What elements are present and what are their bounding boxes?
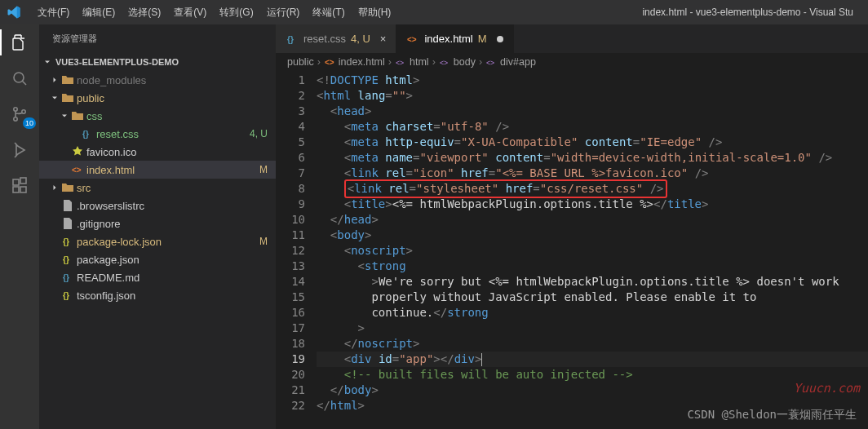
tree-item[interactable]: {}tsconfig.json	[39, 286, 276, 304]
svg-text:<>: <>	[407, 35, 417, 44]
svg-text:<>: <>	[396, 59, 404, 67]
breadcrumb-item[interactable]: body	[454, 56, 476, 68]
menu-item[interactable]: 文件(F)	[31, 2, 76, 23]
tab-git-status: M	[478, 33, 487, 45]
file-icon	[60, 217, 75, 230]
folder-icon	[60, 91, 75, 104]
menu-item[interactable]: 查看(V)	[167, 2, 213, 23]
json-icon: {}	[60, 235, 75, 248]
svg-text:<>: <>	[325, 58, 334, 67]
menu-item[interactable]: 终端(T)	[306, 2, 351, 23]
tree-item[interactable]: {}README.md	[39, 268, 276, 286]
folder-icon	[60, 73, 75, 86]
tree-label: tsconfig.json	[77, 290, 268, 302]
activity-bar: 10	[0, 24, 39, 429]
tab-label: index.html	[424, 33, 472, 45]
tab[interactable]: {}reset.css 4, U×	[276, 24, 396, 53]
tree-label: node_modules	[77, 74, 268, 86]
sym-icon: <>	[485, 56, 497, 68]
html-icon: <>	[406, 33, 419, 46]
tree-label: public	[77, 92, 268, 104]
tree-item[interactable]: .browserslistrc	[39, 197, 276, 214]
vscode-logo-icon	[7, 5, 21, 20]
tree-item[interactable]: css	[39, 107, 276, 125]
svg-rect-6	[13, 179, 19, 185]
chevron-right-icon: ›	[432, 56, 436, 68]
tree-item[interactable]: public	[39, 89, 276, 107]
chevron-right-icon: ›	[388, 56, 392, 68]
svg-text:{}: {}	[287, 35, 294, 44]
tree-item[interactable]: {}reset.css4, U	[39, 125, 276, 143]
svg-text:<>: <>	[486, 59, 494, 67]
code-area[interactable]: 12345678910111213141516171819202122 <!DO…	[276, 71, 868, 429]
scm-badge: 10	[23, 117, 36, 129]
git-status: M	[259, 236, 268, 247]
file-tree: node_modulespubliccss{}reset.css4, Ufavi…	[39, 71, 276, 304]
tree-item[interactable]: {}package.json	[39, 250, 276, 268]
tab[interactable]: <>index.html M	[396, 24, 513, 53]
svg-marker-5	[16, 145, 24, 155]
svg-rect-8	[20, 187, 26, 192]
breadcrumb-item[interactable]: html	[410, 56, 429, 68]
debug-icon[interactable]	[8, 139, 31, 161]
tab-git-status: 4, U	[351, 33, 370, 45]
tree-label: .gitignore	[77, 218, 268, 230]
menu-item[interactable]: 运行(R)	[260, 2, 307, 23]
tab-label: reset.css	[303, 33, 346, 45]
editor: {}reset.css 4, U×<>index.html M public›<…	[276, 24, 868, 429]
css-icon: {}	[286, 33, 299, 46]
svg-text:{}: {}	[82, 130, 89, 139]
tree-item[interactable]: .gitignore	[39, 214, 276, 232]
explorer-icon[interactable]	[8, 31, 31, 54]
tree-label: favicon.ico	[86, 146, 268, 158]
html-icon: <>	[70, 163, 85, 176]
svg-point-2	[14, 108, 17, 111]
svg-text:<>: <>	[440, 59, 448, 67]
tab-bar: {}reset.css 4, U×<>index.html M	[276, 24, 868, 53]
md-icon: {}	[60, 271, 75, 284]
breadcrumb-item[interactable]: div#app	[500, 56, 536, 68]
code-content[interactable]: <!DOCTYPE html><html lang=""> <head> <me…	[317, 71, 868, 429]
chevron-icon	[49, 183, 60, 192]
chevron-right-icon: ›	[479, 56, 482, 68]
chevron-icon	[49, 75, 60, 85]
json-icon: {}	[60, 289, 75, 302]
file-icon	[60, 199, 75, 212]
close-icon[interactable]: ×	[380, 33, 387, 45]
tree-label: README.md	[77, 272, 268, 284]
tree-item[interactable]: node_modules	[39, 71, 276, 89]
menu-item[interactable]: 帮助(H)	[352, 2, 398, 23]
tree-label: index.html	[86, 164, 259, 176]
extensions-icon[interactable]	[8, 175, 31, 197]
chevron-icon	[59, 111, 70, 121]
breadcrumb-item[interactable]: index.html	[339, 56, 385, 68]
source-control-icon[interactable]: 10	[8, 103, 31, 126]
chevron-right-icon: ›	[317, 56, 321, 68]
html-icon: <>	[324, 55, 335, 69]
tree-item[interactable]: favicon.ico	[39, 143, 276, 161]
tree-item[interactable]: <>index.htmlM	[39, 161, 276, 179]
menu-item[interactable]: 编辑(E)	[76, 2, 122, 23]
tree-item[interactable]: src	[39, 179, 276, 197]
chevron-icon	[49, 93, 60, 103]
sidebar-title: 资源管理器	[39, 24, 276, 53]
sym-icon: <>	[439, 56, 450, 68]
tree-label: src	[77, 182, 268, 194]
svg-point-3	[14, 117, 17, 121]
folder-icon	[70, 109, 85, 122]
breadcrumbs[interactable]: public›<>index.html›<>html›<>body›<>div#…	[276, 53, 868, 71]
search-icon[interactable]	[8, 67, 31, 90]
menu-item[interactable]: 选择(S)	[122, 2, 167, 23]
tree-label: .browserslistrc	[77, 200, 268, 212]
menu-item[interactable]: 转到(G)	[213, 2, 259, 23]
title-bar: 文件(F)编辑(E)选择(S)查看(V)转到(G)运行(R)终端(T)帮助(H)…	[0, 0, 868, 24]
tree-item[interactable]: {}package-lock.jsonM	[39, 232, 276, 250]
svg-point-4	[22, 110, 25, 113]
highlighted-line: <link rel="stylesheet" href="css/reset.c…	[344, 179, 667, 198]
svg-text:{}: {}	[63, 237, 69, 246]
sidebar-section[interactable]: VUE3-ELEMENTPLUS-DEMO	[39, 53, 276, 71]
chevron-down-icon	[42, 57, 52, 67]
breadcrumb-item[interactable]: public	[287, 56, 314, 68]
svg-text:{}: {}	[63, 255, 69, 264]
svg-text:{}: {}	[63, 291, 69, 300]
